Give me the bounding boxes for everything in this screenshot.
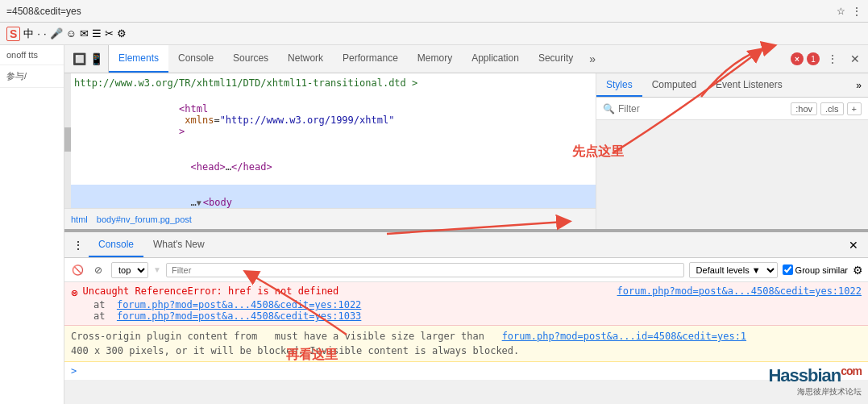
tab-network[interactable]: Network (278, 45, 333, 73)
styles-content (596, 120, 868, 229)
code-line-2: <html xmlns="http://www.w3.org/1999/xhtm… (71, 91, 596, 149)
code-panel: http://www.w3.org/TR/xhtml11/DTD/xhtml11… (64, 73, 596, 229)
star-icon[interactable]: ☆ (837, 6, 845, 17)
code-line-3: <head>…</head> (71, 149, 596, 185)
upper-panel: http://www.w3.org/TR/xhtml11/DTD/xhtml11… (64, 73, 868, 231)
add-style-btn[interactable]: + (847, 102, 862, 115)
inspect-icon[interactable]: 🔲 (73, 52, 86, 65)
filter-input[interactable] (618, 103, 791, 115)
group-similar-check[interactable] (783, 264, 793, 275)
filter-buttons: :hov .cls + (791, 102, 862, 115)
settings-btn[interactable]: ⋮ (823, 49, 842, 69)
prompt-icon: > (71, 365, 77, 377)
console-tabs: ⋮ Console What's New ✕ (64, 232, 868, 258)
toolbar-item-gear[interactable]: ⚙ (117, 27, 127, 40)
console-close-btn[interactable]: ✕ (842, 235, 865, 255)
close-devtools-btn[interactable]: × (791, 52, 804, 65)
breadcrumb-html[interactable]: html (71, 214, 88, 224)
notification-badge: 1 (807, 52, 820, 65)
main-content: onoff tts 参与/ 🔲 📱 Elements Console Sourc… (0, 45, 868, 404)
tab-console[interactable]: Console (168, 45, 223, 73)
tab-whats-new[interactable]: What's New (143, 232, 214, 257)
tab-sources[interactable]: Sources (223, 45, 278, 73)
tab-elements[interactable]: Elements (109, 45, 168, 73)
styles-tab-computed[interactable]: Computed (642, 73, 706, 97)
watermark: Hassbiancom 海思彼岸技术论坛 (768, 364, 862, 398)
console-messages: ⊗ Uncaught ReferenceError: href is not d… (64, 282, 868, 380)
tab-application[interactable]: Application (462, 45, 529, 73)
toolbar-item-zh[interactable]: 中 (23, 27, 34, 41)
sidebar-tab-1[interactable]: onoff tts (0, 45, 64, 65)
device-icon[interactable]: 📱 (89, 52, 103, 65)
toolbar-item-mail[interactable]: ✉ (80, 27, 89, 40)
code-text-4: …▼<body id="nv_forum" class="pg_post" on… (71, 185, 596, 208)
breadcrumb-sep (91, 214, 93, 224)
toolbar-item-dot2[interactable]: · (44, 27, 47, 40)
styles-more-btn[interactable]: » (849, 77, 868, 94)
error-indent-2: at forum.php?mod=post&a...4508&cedit=yes… (71, 310, 862, 322)
close-btn-x[interactable]: ✕ (845, 49, 865, 69)
tab-actions: × 1 ⋮ ✕ (791, 49, 865, 69)
error-icon-1: ⊗ (71, 286, 77, 299)
error-link-2[interactable]: forum.php?mod=post&a...4508&cedit=yes:10… (117, 299, 361, 310)
styles-panel: Styles Computed Event Listeners » 🔍 :hov… (596, 73, 868, 229)
dropdown-arrow: ▼ (153, 265, 161, 274)
menu-icon[interactable]: ⋮ (852, 6, 862, 17)
console-warning-1: Cross-origin plugin content from must ha… (64, 326, 868, 362)
filter-bar: 🔍 :hov .cls + (596, 98, 868, 120)
toolbar-item-emoji[interactable]: ☺ (66, 27, 77, 40)
tab-console-bottom[interactable]: Console (89, 232, 143, 257)
error-link-1[interactable]: forum.php?mod=post&a...4508&cedit=yes:10… (617, 285, 862, 297)
devtools-tab-bar: 🔲 📱 Elements Console Sources Network Per… (64, 45, 868, 73)
sidebar-tab-2[interactable]: 参与/ (0, 65, 64, 88)
code-content: http://www.w3.org/TR/xhtml11/DTD/xhtml11… (71, 73, 596, 208)
breadcrumb-body[interactable]: body#nv_forum.pg_post (97, 214, 192, 224)
tab-memory[interactable]: Memory (408, 45, 462, 73)
url-bar-icons: ☆ ⋮ (837, 6, 862, 17)
error-link-3[interactable]: forum.php?mod=post&a...4508&cedit=yes:10… (117, 310, 361, 322)
browser-window: =4508&cedit=yes ☆ ⋮ S 中 · · 🎤 ☺ ✉ ☰ ✂ ⚙ … (0, 0, 868, 404)
toolbar-item-grid[interactable]: ☰ (92, 27, 102, 40)
code-line-1: http://www.w3.org/TR/xhtml11/DTD/xhtml11… (71, 77, 596, 91)
code-text-3: <head>…</head> (71, 150, 596, 184)
console-menu-icon[interactable]: ⋮ (68, 239, 89, 252)
url-bar: =4508&cedit=yes ☆ ⋮ (0, 0, 868, 23)
sogou-toolbar: S 中 · · 🎤 ☺ ✉ ☰ ✂ ⚙ (0, 23, 868, 45)
styles-tab-styles[interactable]: Styles (596, 73, 642, 97)
code-text-2: <html xmlns="http://www.w3.org/1999/xhtm… (71, 92, 596, 148)
warning-link-1[interactable]: forum.php?mod=post&a...id=4508&cedit=yes… (502, 331, 746, 342)
tab-icons: 🔲 📱 (68, 45, 109, 73)
clear-console-btn[interactable]: 🚫 (69, 262, 85, 278)
filter-icon: 🔍 (603, 103, 615, 115)
console-toolbar: 🚫 ⊘ top ▼ Default levels ▼ Group similar… (64, 258, 868, 282)
error-text-1: Uncaught ReferenceError: href is not def… (82, 285, 338, 297)
watermark-subtitle: 海思彼岸技术论坛 (797, 386, 862, 398)
toolbar-item-dot1[interactable]: · (37, 27, 40, 40)
styles-tab-event-listeners[interactable]: Event Listeners (706, 73, 792, 97)
devtools-wrapper: 🔲 📱 Elements Console Sources Network Per… (64, 45, 868, 404)
code-text-1: http://www.w3.org/TR/xhtml11/DTD/xhtml11… (71, 77, 596, 89)
hov-btn[interactable]: :hov (791, 102, 817, 115)
annotation-text-2: 再看这里 (286, 347, 338, 364)
tab-security[interactable]: Security (529, 45, 583, 73)
console-section: ⋮ Console What's New ✕ 🚫 ⊘ top ▼ Default… (64, 231, 868, 380)
breadcrumb-bar: html body#nv_forum.pg_post (64, 208, 596, 229)
toolbar-item-mic[interactable]: 🎤 (50, 27, 63, 40)
more-tabs-btn[interactable]: » (583, 49, 602, 69)
stop-btn[interactable]: ⊘ (90, 262, 106, 278)
error-indent-1: at forum.php?mod=post&a...4508&cedit=yes… (71, 299, 862, 310)
group-similar-label: Group similar (795, 265, 848, 275)
left-sidebar: onoff tts 参与/ (0, 45, 64, 404)
tab-performance[interactable]: Performance (333, 45, 408, 73)
group-similar-checkbox[interactable]: Group similar (783, 264, 848, 275)
context-select[interactable]: top (111, 262, 148, 278)
console-error-1: ⊗ Uncaught ReferenceError: href is not d… (64, 282, 868, 326)
error-line-main: ⊗ Uncaught ReferenceError: href is not d… (71, 285, 862, 299)
levels-select[interactable]: Default levels ▼ (689, 262, 778, 278)
cls-btn[interactable]: .cls (820, 102, 844, 115)
toolbar-item-scissors[interactable]: ✂ (105, 27, 114, 40)
console-gear-btn[interactable]: ⚙ (853, 264, 863, 277)
sogou-logo[interactable]: S (6, 27, 20, 41)
styles-tabs: Styles Computed Event Listeners » (596, 73, 868, 98)
console-filter-input[interactable] (166, 263, 684, 277)
